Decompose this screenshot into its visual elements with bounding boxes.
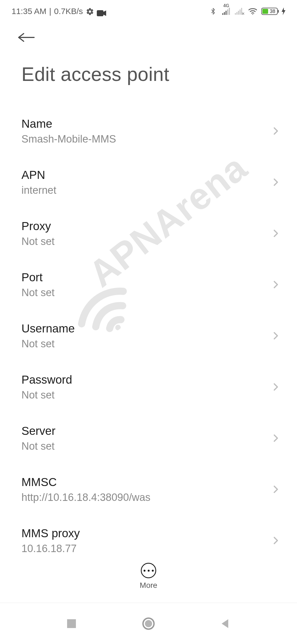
chevron-right-icon <box>271 229 280 238</box>
more-label: More <box>140 581 157 590</box>
status-bar: 11:35 AM | 0.7KB/s 4G 38 <box>0 0 297 21</box>
svg-rect-8 <box>238 11 239 15</box>
svg-rect-9 <box>240 9 241 15</box>
chevron-right-icon <box>271 331 280 340</box>
svg-rect-19 <box>67 619 76 628</box>
row-label: Username <box>21 322 75 335</box>
svg-rect-3 <box>226 11 227 15</box>
bolt-icon <box>282 7 285 15</box>
wifi-icon <box>248 7 257 15</box>
signal-4g-icon: 4G <box>222 7 231 15</box>
status-left: 11:35 AM | 0.7KB/s <box>12 7 106 16</box>
row-label: Server <box>21 424 56 438</box>
svg-rect-2 <box>224 12 225 15</box>
chevron-right-icon <box>271 280 280 289</box>
row-port[interactable]: Port Not set <box>0 261 297 308</box>
square-icon <box>66 618 77 629</box>
svg-rect-4 <box>227 9 228 15</box>
dot-icon <box>152 570 154 572</box>
more-button[interactable] <box>141 563 156 578</box>
content-area: APNArena Name Smash-Mobile-MMS APN inter… <box>0 88 297 575</box>
chevron-right-icon <box>271 178 280 187</box>
bluetooth-icon <box>208 7 218 15</box>
row-mmsc[interactable]: MMSC http://10.16.18.4:38090/was <box>0 466 297 513</box>
svg-rect-10 <box>241 8 242 15</box>
recents-button[interactable] <box>63 615 80 632</box>
row-value: internet <box>21 184 56 196</box>
separator <box>11 553 286 553</box>
row-server[interactable]: Server Not set <box>0 414 297 462</box>
svg-point-13 <box>252 14 253 15</box>
network-badge: 4G <box>223 3 229 8</box>
row-value: Not set <box>21 287 54 299</box>
chevron-right-icon <box>271 382 280 392</box>
chevron-right-icon <box>271 485 280 494</box>
arrow-left-icon <box>16 33 36 42</box>
triangle-left-icon <box>220 618 231 629</box>
back-nav-button[interactable] <box>217 615 234 632</box>
svg-rect-7 <box>237 12 238 15</box>
row-proxy[interactable]: Proxy Not set <box>0 210 297 257</box>
row-password[interactable]: Password Not set <box>0 363 297 411</box>
svg-rect-5 <box>229 8 230 15</box>
svg-point-21 <box>145 620 152 627</box>
row-label: Port <box>21 271 54 284</box>
row-label: MMS proxy <box>21 527 80 540</box>
dot-icon <box>148 570 150 572</box>
svg-rect-0 <box>97 10 103 16</box>
chevron-right-icon <box>271 126 280 136</box>
back-button[interactable] <box>16 33 36 44</box>
chevron-right-icon <box>271 536 280 545</box>
circle-icon <box>142 617 155 630</box>
status-speed: 0.7KB/s <box>54 7 83 16</box>
gear-icon <box>86 7 94 16</box>
page-title: Edit access point <box>21 63 276 85</box>
signal-nosim-icon <box>235 7 244 15</box>
row-username[interactable]: Username Not set <box>0 312 297 359</box>
status-time: 11:35 AM <box>12 7 46 16</box>
row-value: Not set <box>21 440 56 452</box>
row-value: Smash-Mobile-MMS <box>21 133 116 145</box>
row-value: Not set <box>21 389 72 401</box>
row-label: Password <box>21 373 72 386</box>
svg-rect-6 <box>235 13 236 15</box>
svg-rect-15 <box>278 10 279 13</box>
svg-rect-1 <box>222 13 223 15</box>
row-label: Proxy <box>21 220 54 233</box>
row-label: APN <box>21 168 56 182</box>
chevron-right-icon <box>271 433 280 443</box>
row-value: 10.16.18.77 <box>21 543 80 555</box>
camera-icon <box>97 9 106 15</box>
dot-icon <box>144 570 145 572</box>
status-sep: | <box>49 7 51 16</box>
nav-bar <box>0 603 297 644</box>
title-row: Edit access point <box>0 44 297 88</box>
more-bar: More <box>0 554 297 598</box>
toolbar <box>0 21 297 44</box>
row-label: Name <box>21 117 116 130</box>
row-value: http://10.16.18.4:38090/was <box>21 492 150 503</box>
row-label: MMSC <box>21 476 150 489</box>
home-button[interactable] <box>140 615 157 632</box>
row-value: Not set <box>21 338 75 350</box>
battery-text: 38 <box>270 9 275 14</box>
row-value: Not set <box>21 236 54 247</box>
battery-icon: 38 <box>261 7 285 15</box>
svg-rect-16 <box>262 9 268 14</box>
row-name[interactable]: Name Smash-Mobile-MMS <box>0 107 297 155</box>
status-right: 4G 38 <box>208 7 285 15</box>
row-apn[interactable]: APN internet <box>0 159 297 206</box>
